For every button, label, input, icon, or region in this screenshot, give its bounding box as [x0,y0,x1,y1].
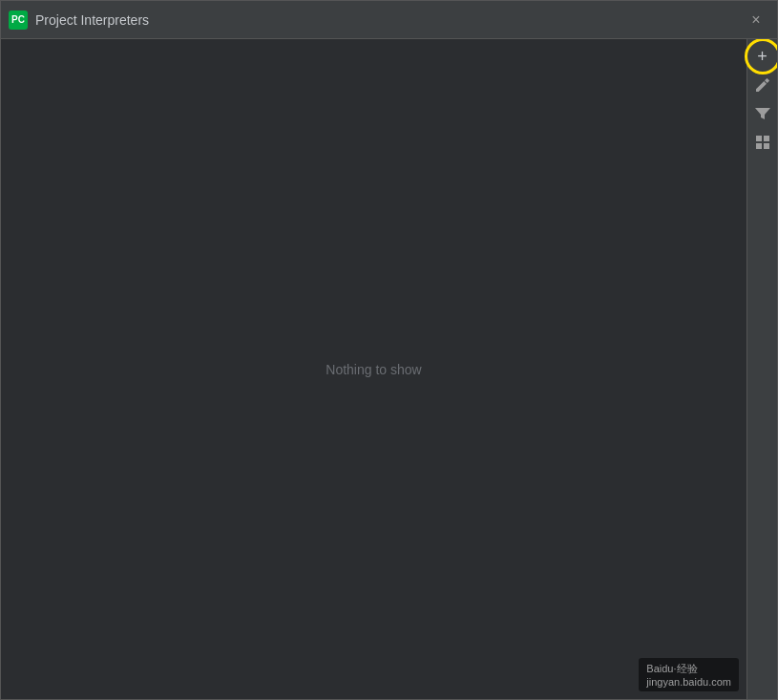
watermark-subtext: jingyan.baidu.com [646,676,731,688]
group-button[interactable] [749,129,776,156]
empty-message: Nothing to show [326,362,421,377]
svg-rect-1 [764,136,769,141]
title-bar: PC Project Interpreters × [1,1,777,39]
edit-interpreter-button[interactable] [749,72,776,98]
add-interpreter-button[interactable]: + [749,43,776,70]
toolbar: + [746,39,777,699]
watermark-text: Baidu·经验 [646,662,731,676]
svg-rect-0 [756,136,762,141]
content-area: Nothing to show Baidu·经验 jingyan.baidu.c… [1,39,777,699]
filter-button[interactable] [749,100,776,127]
window-title: Project Interpreters [35,12,149,28]
svg-rect-3 [764,143,769,149]
app-icon: PC [9,11,28,30]
project-interpreters-window: PC Project Interpreters × Nothing to sho… [0,0,778,700]
watermark: Baidu·经验 jingyan.baidu.com [639,658,739,691]
svg-rect-2 [756,143,762,149]
filter-icon [755,106,770,121]
title-left: PC Project Interpreters [9,11,149,30]
main-panel: Nothing to show Baidu·经验 jingyan.baidu.c… [1,39,746,699]
close-button[interactable]: × [743,7,769,33]
group-icon [755,135,770,150]
edit-icon [755,77,770,93]
